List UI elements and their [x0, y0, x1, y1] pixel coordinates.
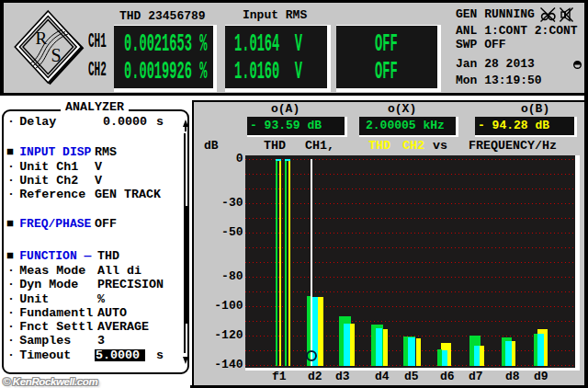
svg-text:R: R: [36, 29, 48, 48]
svg-text:S: S: [51, 45, 62, 65]
